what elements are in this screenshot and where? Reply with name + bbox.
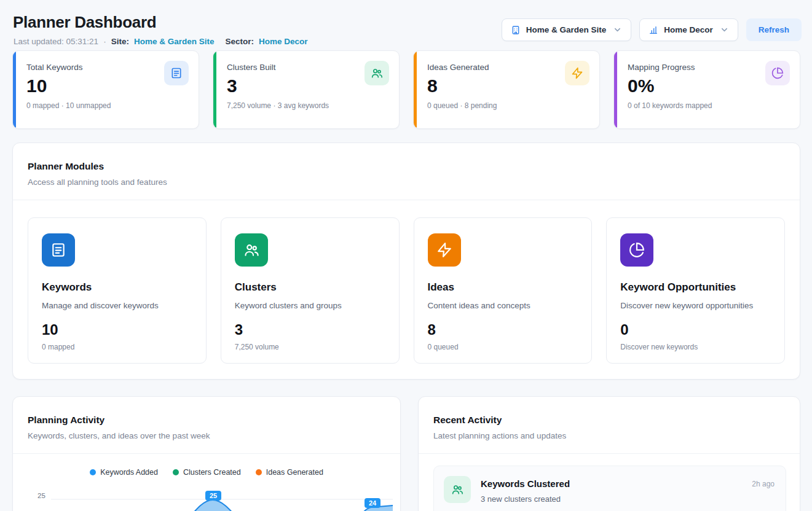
chevron-down-icon [720,25,729,34]
divider [13,453,400,454]
activity-list-item: Keywords Clustered 3 new clusters create… [433,466,786,511]
stat-detail: 0 of 10 keywords mapped [628,101,787,110]
modules-subtitle: Access all planning tools and features [28,177,785,187]
module-detail: Discover new keywords [620,343,771,351]
recent-subtitle: Latest planning actions and updates [433,431,785,440]
stat-card-mapping-progress: Mapping Progress 0% 0 of 10 keywords map… [613,50,800,129]
activity-item-timestamp: 2h ago [752,480,775,488]
bar-chart-icon [648,25,658,35]
module-title: Ideas [428,281,578,294]
stat-label: Clusters Built [227,63,387,72]
stat-card-total-keywords: Total Keywords 10 0 mapped · 10 unmapped [12,50,199,129]
site-selector-label: Home & Garden Site [526,25,607,34]
document-icon [42,233,75,267]
stat-detail: 7,250 volume · 3 avg keywords [227,101,387,110]
site-link[interactable]: Home & Garden Site [134,37,215,46]
module-description: Content ideas and concepts [428,301,578,310]
module-detail: 0 mapped [42,343,192,351]
legend-dot-icon [173,469,179,475]
legend-label: Clusters Created [183,468,241,477]
sector-link[interactable]: Home Decor [259,37,308,46]
stat-value: 8 [427,76,587,96]
users-icon [235,233,268,267]
stat-value: 10 [26,76,186,96]
recent-title: Recent Activity [433,415,785,426]
chart-legend: Keywords Added Clusters Created Ideas Ge… [13,468,400,477]
site-label: Site: [111,37,129,46]
legend-item-clusters-created: Clusters Created [173,468,241,477]
stat-label: Mapping Progress [628,63,787,72]
meta-separator: · [103,37,106,46]
divider [419,453,800,454]
module-value: 8 [428,321,578,338]
legend-item-keywords-added: Keywords Added [90,468,158,477]
stat-value: 3 [227,76,387,96]
building-icon [511,25,521,35]
module-card-ideas[interactable]: Ideas Content ideas and concepts 8 0 que… [414,217,593,364]
stat-card-clusters-built: Clusters Built 3 7,250 volume · 3 avg ke… [213,50,400,129]
stat-label: Total Keywords [26,63,186,72]
users-icon [365,61,389,85]
page-title: Planner Dashboard [13,13,156,32]
activity-item-title: Keywords Clustered [481,478,570,489]
modules-grid: Keywords Manage and discover keywords 10… [13,200,800,382]
module-card-clusters[interactable]: Clusters Keyword clusters and groups 3 7… [221,217,400,364]
refresh-button[interactable]: Refresh [746,18,802,41]
module-title: Keyword Opportunities [620,281,771,294]
stat-card-ideas-generated: Ideas Generated 8 0 queued · 8 pending [413,50,600,129]
activity-item-description: 3 new clusters created [481,494,561,504]
legend-dot-icon [90,469,96,475]
module-detail: 7,250 volume [235,343,385,351]
sector-label: Sector: [225,37,254,46]
last-updated-text: Last updated: 05:31:21 [14,37,98,46]
pie-chart-icon [765,61,790,85]
module-description: Discover new keyword opportunities [620,301,771,310]
activity-subtitle: Keywords, clusters, and ideas over the p… [28,431,385,440]
legend-label: Ideas Generated [266,468,323,477]
users-icon [444,476,471,503]
stat-value: 0% [628,76,787,96]
header-controls: Home & Garden Site Home Decor Refresh [502,18,802,41]
planner-modules-panel: Planner Modules Access all planning tool… [12,142,800,380]
data-point-label: 25 [205,491,221,501]
activity-panel-header: Planning Activity Keywords, clusters, an… [13,397,400,453]
area-chart [51,489,393,511]
module-value: 0 [620,321,771,338]
module-title: Keywords [42,281,192,294]
modules-panel-header: Planner Modules Access all planning tool… [13,143,800,200]
module-description: Keyword clusters and groups [235,301,385,310]
recent-panel-header: Recent Activity Latest planning actions … [419,397,800,453]
planning-activity-panel: Planning Activity Keywords, clusters, an… [12,396,401,511]
document-icon [164,61,189,85]
y-axis-tick: 25 [37,492,45,499]
module-card-keywords[interactable]: Keywords Manage and discover keywords 10… [28,217,207,364]
stat-cards-row: Total Keywords 10 0 mapped · 10 unmapped… [12,50,800,129]
header-meta: Last updated: 05:31:21 · Site: Home & Ga… [14,37,307,46]
stat-detail: 0 queued · 8 pending [427,101,587,110]
module-value: 3 [235,321,385,338]
activity-title: Planning Activity [28,415,385,426]
legend-dot-icon [256,469,262,475]
stat-detail: 0 mapped · 10 unmapped [26,101,186,110]
recent-activity-panel: Recent Activity Latest planning actions … [418,396,800,511]
sector-selector-label: Home Decor [664,25,713,34]
module-title: Clusters [235,281,385,294]
module-value: 10 [42,321,192,338]
chevron-down-icon [613,25,622,34]
site-selector-dropdown[interactable]: Home & Garden Site [502,18,632,41]
lightning-icon [565,61,589,85]
module-card-keyword-opportunities[interactable]: Keyword Opportunities Discover new keywo… [606,217,785,364]
module-detail: 0 queued [428,343,578,351]
data-point-label: 24 [365,498,380,508]
modules-title: Planner Modules [28,161,785,172]
module-description: Manage and discover keywords [42,301,192,310]
legend-label: Keywords Added [100,468,158,477]
pie-chart-icon [620,233,653,267]
sector-selector-dropdown[interactable]: Home Decor [639,18,738,41]
stat-label: Ideas Generated [427,63,587,72]
lightning-icon [428,233,461,267]
legend-item-ideas-generated: Ideas Generated [256,468,323,477]
